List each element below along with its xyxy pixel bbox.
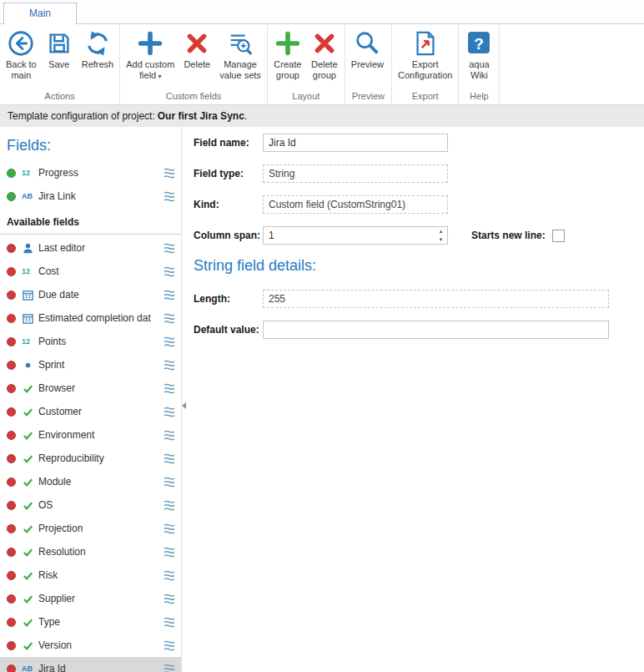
drag-handle-icon[interactable] — [164, 570, 175, 581]
field-item-progress[interactable]: 12Progress — [0, 161, 181, 184]
drag-handle-icon[interactable] — [164, 290, 175, 301]
ribbon-group-actions: Back tomainSaveRefreshActions — [0, 24, 120, 104]
field-item-resolution[interactable]: Resolution — [0, 540, 181, 563]
button-label: aquaWiki — [469, 59, 489, 81]
ab-type-icon: AB — [22, 192, 38, 200]
splitter-collapse-arrow[interactable] — [182, 402, 186, 409]
field-item-module[interactable]: Module — [0, 470, 181, 493]
status-dot-red — [7, 361, 16, 370]
drag-handle-icon[interactable] — [164, 523, 175, 534]
aqua-wiki-button[interactable]: ?aquaWiki — [460, 26, 497, 81]
field-label: Browser — [38, 382, 160, 394]
config-bar-suffix: . — [244, 110, 247, 122]
field-label: Type — [38, 616, 160, 628]
ribbon-group-label: Actions — [2, 89, 118, 104]
create-group-button[interactable]: Creategroup — [269, 26, 306, 81]
tab-main[interactable]: Main — [3, 3, 77, 24]
kind-input — [263, 195, 448, 214]
spin-down-icon[interactable]: ▼ — [435, 235, 447, 244]
field-label: Jira Id — [38, 663, 160, 672]
field-name-input[interactable] — [263, 134, 448, 152]
drag-handle-icon[interactable] — [164, 266, 175, 277]
status-dot-red — [7, 524, 16, 533]
drag-handle-icon[interactable] — [164, 336, 175, 347]
field-item-projection[interactable]: Projection — [0, 517, 181, 540]
field-label: Projection — [38, 523, 160, 534]
field-item-jira-id[interactable]: ABJira Id — [0, 657, 181, 672]
app-window: Main Back tomainSaveRefreshActionsAdd cu… — [0, 0, 644, 672]
drag-handle-icon[interactable] — [164, 191, 175, 202]
export-doc-icon — [411, 29, 440, 58]
delete-group-button[interactable]: Deletegroup — [306, 26, 343, 81]
field-item-jira-link[interactable]: ABJira Link — [0, 184, 181, 208]
column-span-label: Column span: — [194, 230, 263, 241]
drag-handle-icon[interactable] — [164, 547, 175, 558]
delete-button[interactable]: Delete — [179, 26, 215, 70]
drag-handle-icon[interactable] — [164, 664, 175, 672]
column-span-spinner[interactable]: ▲ ▼ — [263, 226, 448, 245]
field-item-last-editor[interactable]: Last editor — [0, 236, 181, 260]
x-red-icon — [310, 29, 339, 58]
field-item-reproducibility[interactable]: Reproducibility — [0, 447, 181, 470]
field-item-points[interactable]: 12Points — [0, 330, 181, 353]
field-item-os[interactable]: OS — [0, 493, 181, 517]
calendar-type-icon — [22, 289, 38, 301]
drag-handle-icon[interactable] — [164, 617, 175, 628]
add-custom-field-button[interactable]: Add customfield ▾ — [122, 26, 179, 82]
manage-value-sets-button[interactable]: Managevalue sets — [215, 26, 265, 81]
status-dot-red — [7, 454, 16, 463]
field-item-version[interactable]: Version — [0, 634, 181, 657]
starts-new-line-checkbox[interactable] — [552, 230, 565, 242]
drag-handle-icon[interactable] — [164, 313, 175, 324]
status-dot-red — [7, 384, 16, 393]
field-item-customer[interactable]: Customer — [0, 400, 181, 423]
fields-panel: Fields: 12ProgressABJira LinkAvailable f… — [0, 127, 182, 672]
ribbon-group-layout: CreategroupDeletegroupLayout — [268, 24, 345, 104]
field-item-sprint[interactable]: Sprint — [0, 353, 181, 376]
drag-handle-icon[interactable] — [164, 243, 175, 254]
drag-handle-icon[interactable] — [164, 453, 175, 464]
back-to-main-button[interactable]: Back tomain — [2, 26, 41, 81]
available-fields-subheader: Available fields — [0, 208, 181, 235]
button-label: Preview — [351, 59, 384, 70]
drag-handle-icon[interactable] — [164, 640, 175, 651]
default-value-input[interactable] — [263, 321, 609, 339]
drag-handle-icon[interactable] — [164, 477, 175, 488]
preview-button[interactable]: Preview — [347, 26, 388, 70]
refresh-button[interactable]: Refresh — [78, 26, 118, 70]
status-dot-red — [7, 664, 16, 672]
drag-handle-icon[interactable] — [164, 383, 175, 394]
length-label: Length: — [194, 293, 263, 305]
button-label: Save — [48, 59, 69, 70]
drag-handle-icon[interactable] — [164, 500, 175, 511]
field-label: Module — [38, 476, 160, 488]
drag-handle-icon[interactable] — [164, 594, 175, 604]
check-type-icon — [22, 499, 38, 512]
status-dot-green — [7, 169, 16, 178]
field-label: Version — [38, 639, 160, 651]
field-item-estimated-completion-dat[interactable]: Estimated completion dat — [0, 306, 181, 330]
fields-panel-title: Fields: — [0, 127, 181, 161]
field-item-type[interactable]: Type — [0, 610, 181, 634]
field-item-browser[interactable]: Browser — [0, 376, 181, 400]
column-span-input[interactable] — [264, 227, 435, 244]
field-item-supplier[interactable]: Supplier — [0, 587, 181, 610]
num-type-icon: 12 — [22, 267, 38, 275]
spin-up-icon[interactable]: ▲ — [435, 227, 447, 235]
field-details-form: Field name: Field type: Kind: Column spa… — [182, 127, 644, 672]
drag-handle-icon[interactable] — [164, 168, 175, 179]
save-button[interactable]: Save — [41, 26, 78, 70]
field-label: Reproducibility — [38, 452, 160, 464]
drag-handle-icon[interactable] — [164, 360, 175, 371]
field-item-cost[interactable]: 12Cost — [0, 260, 181, 283]
field-item-environment[interactable]: Environment — [0, 423, 181, 447]
length-input[interactable] — [263, 290, 609, 308]
status-dot-red — [7, 501, 16, 510]
drag-handle-icon[interactable] — [164, 407, 175, 417]
field-label: Due date — [38, 289, 160, 301]
check-type-icon — [22, 476, 38, 488]
drag-handle-icon[interactable] — [164, 430, 175, 441]
export-configuration-button[interactable]: ExportConfiguration — [394, 26, 456, 81]
field-item-risk[interactable]: Risk — [0, 563, 181, 587]
field-item-due-date[interactable]: Due date — [0, 283, 181, 306]
